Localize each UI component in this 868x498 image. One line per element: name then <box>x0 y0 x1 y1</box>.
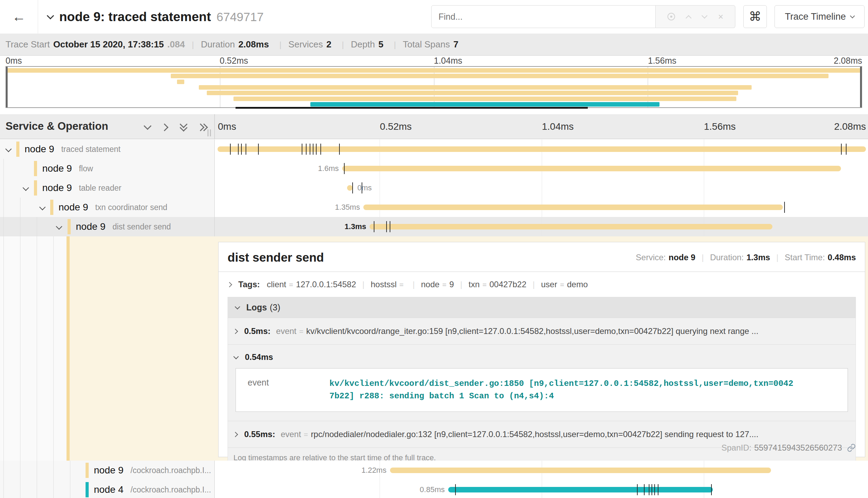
span-duration-bar[interactable] <box>363 205 783 210</box>
tag-value: 127.0.0.1:54582 <box>296 280 356 289</box>
span-row[interactable]: node 9table reader0ms <box>0 178 868 198</box>
span-name-label: node 9/cockroach.roachpb.I... <box>0 461 214 480</box>
column-resize-grip[interactable] <box>207 129 211 136</box>
span-name-cell[interactable]: node 9/cockroach.roachpb.I... <box>0 461 215 480</box>
chevron-right-icon <box>227 282 232 287</box>
trace-summary-bar: Trace StartOctober 15 2020, 17:38:15.084… <box>0 34 868 56</box>
summary-value: 2.08ms <box>238 39 269 49</box>
view-selector-button[interactable]: Trace Timeline <box>774 5 865 28</box>
log-row-collapsed[interactable]: 0.5ms: event = kv/kvclient/kvcoord/range… <box>228 318 856 344</box>
log-row-expanded-header[interactable]: 0.54ms <box>228 344 856 365</box>
logs-title: Logs <box>246 302 267 313</box>
log-marker-tick <box>258 144 259 155</box>
minimap-right-scrubber[interactable] <box>860 67 862 107</box>
log-marker-tick <box>644 484 645 495</box>
span-timeline-cell[interactable]: 0.85ms <box>215 480 868 498</box>
span-detail-meta: Service:node 9 | Duration:1.3ms | Start … <box>636 253 856 262</box>
summary-value: October 15 2020, 17:38:15 <box>53 39 164 49</box>
tag-key: hostssl <box>371 280 397 289</box>
separator: | <box>533 280 535 289</box>
tag-item: client=127.0.0.1:54582 <box>267 280 356 289</box>
equals-sign: = <box>304 431 308 439</box>
span-name-cell[interactable]: node 9flow <box>0 159 215 178</box>
log-marker-tick <box>230 144 231 155</box>
span-name-cell[interactable]: node 9traced statement <box>0 139 215 159</box>
minimap-span-bar <box>6 68 861 73</box>
back-arrow-icon: ← <box>12 9 26 25</box>
span-row[interactable]: node 9/cockroach.roachpb.I...1.22ms <box>0 461 868 480</box>
summary-item: Depth5 <box>351 39 387 50</box>
timeline-tick-label: 2.08ms <box>834 121 866 132</box>
span-row[interactable]: node 9flow1.6ms <box>0 159 868 178</box>
tag-item: txn=00427b22 <box>469 280 526 289</box>
span-timeline-cell[interactable] <box>215 139 868 159</box>
span-id-row: SpanID: 5597415943526560273 <box>721 443 856 453</box>
tags-label: Tags: <box>238 280 260 289</box>
tag-item: user=demo <box>541 280 588 289</box>
span-row[interactable]: node 9traced statement <box>0 139 868 159</box>
tags-row[interactable]: Tags: client=127.0.0.1:54582|hostssl=|no… <box>219 272 865 297</box>
minimap-span-bar <box>207 91 738 95</box>
minimap-range-marker <box>236 107 588 109</box>
span-name-label: node 9table reader <box>0 178 214 198</box>
span-timeline-cell[interactable]: 1.6ms <box>215 159 868 178</box>
collapse-all-icon[interactable] <box>180 123 189 132</box>
log-marker-tick <box>841 144 842 155</box>
span-timeline-cell[interactable]: 1.35ms <box>215 198 868 217</box>
log-marker-tick <box>386 221 387 232</box>
log-event-detail-box: event kv/kvclient/kvcoord/dist_sender.go… <box>236 368 848 412</box>
span-duration-bar[interactable] <box>370 224 772 229</box>
span-duration-bar[interactable] <box>347 185 353 191</box>
link-icon[interactable] <box>847 443 856 452</box>
log-marker-tick <box>339 144 340 155</box>
span-timeline-cell[interactable]: 0ms <box>215 178 868 198</box>
span-timeline-cell[interactable]: 1.22ms <box>215 461 868 480</box>
log-marker-tick <box>313 144 313 155</box>
equals-sign: = <box>399 281 404 289</box>
span-duration-bar[interactable] <box>448 487 713 492</box>
minimap-left-scrubber[interactable] <box>6 67 8 107</box>
span-duration-bar[interactable] <box>390 468 771 473</box>
span-name-cell[interactable]: node 9txn coordinator send <box>0 198 215 217</box>
span-duration-bar[interactable] <box>342 166 841 171</box>
focus-match-icon[interactable] <box>667 13 675 20</box>
summary-item: Trace StartOctober 15 2020, 17:38:15.084 <box>6 39 185 50</box>
equals-sign: = <box>442 281 446 289</box>
span-row[interactable]: node 9txn coordinator send1.35ms <box>0 198 868 217</box>
back-button[interactable]: ← <box>0 0 38 34</box>
span-row[interactable]: node 9dist sender send1.3ms <box>0 217 868 236</box>
prev-match-icon[interactable] <box>686 15 692 21</box>
trace-title-wrap[interactable]: node 9: traced statement 6749717 <box>48 0 264 34</box>
log-marker-tick <box>649 484 649 495</box>
service-name: node 4 <box>94 484 124 495</box>
span-row[interactable]: node 4/cockroach.roachpb.I...0.85ms <box>0 480 868 498</box>
log-marker-tick <box>455 484 456 495</box>
span-name-cell[interactable]: node 4/cockroach.roachpb.I... <box>0 480 215 498</box>
operation-name: traced statement <box>61 145 121 154</box>
operation-name: flow <box>79 164 93 173</box>
expand-one-icon[interactable] <box>162 123 171 132</box>
keyboard-shortcuts-button[interactable]: ⌘ <box>743 5 767 28</box>
collapse-trace-chevron-icon[interactable] <box>47 12 54 19</box>
span-detail-title: dist sender send <box>228 251 324 264</box>
minimap-tick-labels: 0ms0.52ms1.04ms1.56ms2.08ms <box>6 56 862 66</box>
clear-search-icon[interactable]: × <box>718 11 723 22</box>
expand-all-icon[interactable] <box>198 123 207 132</box>
detail-row-accent-stripe <box>67 236 70 461</box>
span-name-cell[interactable]: node 9table reader <box>0 178 215 198</box>
next-match-icon[interactable] <box>701 13 707 19</box>
minimap-tick-label: 0.52ms <box>220 56 248 66</box>
logs-header[interactable]: Logs (3) <box>228 297 856 318</box>
find-input[interactable] <box>431 5 656 28</box>
collapse-one-icon[interactable] <box>144 123 153 132</box>
minimap-span-bar <box>171 74 829 78</box>
log-marker-tick <box>374 221 374 232</box>
tag-key: client <box>267 280 286 289</box>
minimap-canvas[interactable] <box>6 66 862 108</box>
span-timeline-cell[interactable]: 1.3ms <box>215 217 868 236</box>
separator: | <box>192 40 194 49</box>
span-id-label: SpanID: <box>721 443 752 453</box>
span-name-cell[interactable]: node 9dist sender send <box>0 217 215 236</box>
summary-item: Services2 <box>289 39 335 50</box>
span-duration-bar[interactable] <box>218 146 866 152</box>
